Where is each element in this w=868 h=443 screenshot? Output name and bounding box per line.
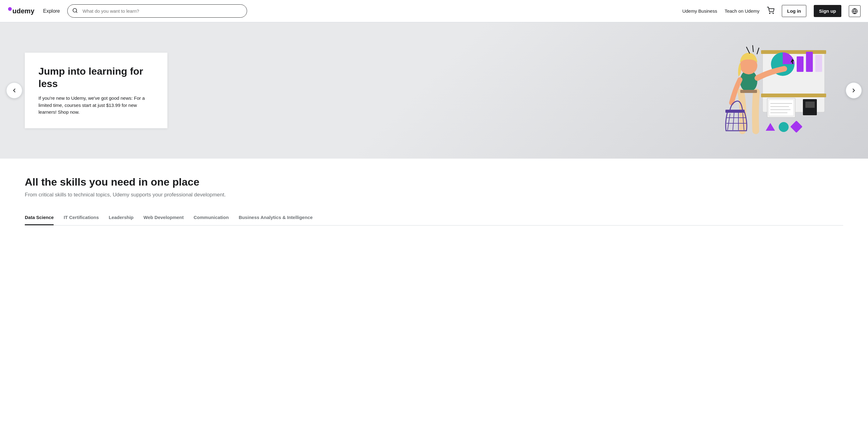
svg-rect-16 xyxy=(769,100,794,116)
udemy-business-link[interactable]: Udemy Business xyxy=(682,8,717,13)
svg-rect-22 xyxy=(805,102,815,108)
svg-line-38 xyxy=(757,48,759,54)
svg-line-31 xyxy=(733,113,734,130)
svg-point-0 xyxy=(8,7,12,11)
hero-banner: Jump into learning for less If you're ne… xyxy=(0,22,868,159)
search-icon xyxy=(72,8,78,14)
svg-line-3 xyxy=(76,11,77,12)
search-bar xyxy=(67,4,247,18)
teach-link[interactable]: Teach on Udemy xyxy=(724,8,760,13)
skills-heading: All the skills you need in one place xyxy=(25,176,843,188)
svg-line-36 xyxy=(746,47,750,53)
skills-section: All the skills you need in one place Fro… xyxy=(0,159,868,226)
hero-illustration xyxy=(701,32,831,149)
tab-leadership[interactable]: Leadership xyxy=(109,210,134,225)
svg-rect-11 xyxy=(806,52,813,72)
svg-rect-10 xyxy=(797,56,804,72)
carousel-prev-button[interactable] xyxy=(6,82,22,99)
tab-web-development[interactable]: Web Development xyxy=(144,210,184,225)
svg-rect-9 xyxy=(761,50,826,54)
signup-button[interactable]: Sign up xyxy=(814,5,841,17)
svg-rect-12 xyxy=(815,55,822,72)
search-input[interactable] xyxy=(67,4,247,18)
logo[interactable]: udemy xyxy=(7,6,36,16)
hero-subtitle: If you're new to Udemy, we've got good n… xyxy=(38,95,154,116)
svg-rect-29 xyxy=(725,110,745,113)
svg-text:udemy: udemy xyxy=(12,7,35,15)
carousel-next-button[interactable] xyxy=(846,82,862,99)
nav-right: Udemy Business Teach on Udemy Log in Sig… xyxy=(682,5,861,17)
hero-title: Jump into learning for less xyxy=(38,65,154,90)
cart-icon[interactable] xyxy=(767,7,774,15)
svg-point-4 xyxy=(769,13,770,13)
explore-link[interactable]: Explore xyxy=(41,7,62,15)
svg-rect-25 xyxy=(790,121,803,133)
language-button[interactable] xyxy=(849,5,861,17)
hero-content: Jump into learning for less If you're ne… xyxy=(0,53,167,128)
svg-rect-14 xyxy=(761,94,826,97)
svg-point-5 xyxy=(773,13,773,13)
tab-it-certifications[interactable]: IT Certifications xyxy=(64,210,99,225)
svg-line-37 xyxy=(753,45,753,52)
tab-business-analytics[interactable]: Business Analytics & Intelligence xyxy=(239,210,313,225)
tab-data-science[interactable]: Data Science xyxy=(25,210,54,225)
skills-subheading: From critical skills to technical topics… xyxy=(25,192,843,198)
svg-marker-23 xyxy=(766,123,775,131)
navbar: udemy Explore Udemy Business Teach on Ud… xyxy=(0,0,868,22)
hero-card: Jump into learning for less If you're ne… xyxy=(25,53,167,128)
tab-communication[interactable]: Communication xyxy=(194,210,229,225)
login-button[interactable]: Log in xyxy=(782,5,806,17)
skills-tabs: Data Science IT Certifications Leadershi… xyxy=(25,210,843,226)
svg-line-30 xyxy=(727,114,730,130)
svg-point-24 xyxy=(779,122,788,132)
svg-rect-28 xyxy=(740,90,757,93)
